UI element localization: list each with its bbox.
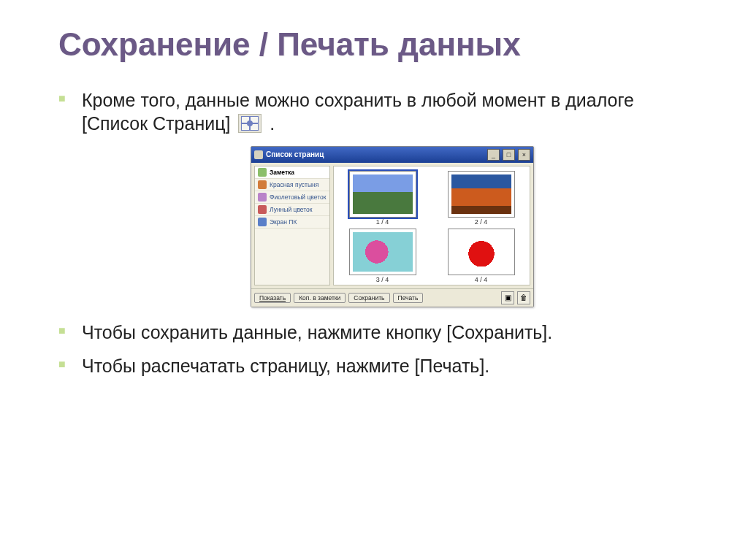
sidebar-item-violet[interactable]: Фиолетовый цветок (255, 191, 329, 204)
copy-to-notes-button[interactable]: Коп. в заметки (294, 293, 346, 303)
thumbnail-1[interactable]: 1 / 4 (337, 171, 428, 226)
image-icon (258, 180, 267, 189)
print-button[interactable]: Печать (393, 293, 424, 303)
thumb-caption: 2 / 4 (475, 218, 488, 226)
image-icon (258, 193, 267, 202)
thumb-image-1 (353, 174, 413, 214)
sidebar-item-screen[interactable]: Экран ПК (255, 216, 329, 229)
slide: Сохранение / Печать данных Кроме того, д… (0, 0, 748, 560)
bullet-2: Чтобы сохранить данные, нажмите кнопку [… (58, 321, 704, 345)
thumbnail-grid: 1 / 4 2 / 4 3 / 4 4 / 4 (333, 166, 530, 285)
show-button[interactable]: Показать (254, 293, 291, 303)
page-list-dialog: Список страниц _ □ × Заметка Красная пус… (251, 146, 534, 307)
dialog-sidebar: Заметка Красная пустыня Фиолетовый цвето… (254, 166, 330, 285)
note-icon (258, 168, 267, 177)
bullet-3: Чтобы распечатать страницу, нажмите [Печ… (58, 354, 704, 378)
bullet-list-2: Чтобы сохранить данные, нажмите кнопку [… (58, 321, 704, 378)
window-minimize-button[interactable]: _ (487, 149, 500, 161)
thumbnail-3[interactable]: 3 / 4 (337, 229, 428, 283)
bullet-2-text: Чтобы сохранить данные, нажмите кнопку [… (82, 322, 552, 342)
dialog-footer: Показать Коп. в заметки Сохранить Печать… (251, 288, 533, 307)
sidebar-item-label: Экран ПК (270, 218, 297, 226)
bullet-1-text-pre: Кроме того, данные можно сохранить в люб… (82, 90, 634, 134)
thumb-image-4 (451, 232, 511, 272)
thumbnail-2[interactable]: 2 / 4 (435, 171, 527, 226)
monitor-icon (258, 218, 267, 226)
sidebar-item-desert[interactable]: Красная пустыня (255, 179, 329, 191)
thumb-caption: 3 / 4 (376, 276, 389, 283)
window-close-button[interactable]: × (518, 149, 530, 161)
sidebar-item-label: Красная пустыня (270, 181, 318, 188)
bullet-1-text-post: . (264, 113, 275, 134)
thumb-image-3 (353, 232, 413, 272)
image-icon (258, 205, 267, 214)
dialog-app-icon (254, 150, 263, 159)
thumbnail-4[interactable]: 4 / 4 (435, 229, 527, 283)
sidebar-item-label: Фиолетовый цветок (270, 193, 326, 201)
sidebar-item-label: Заметка (270, 169, 294, 176)
sidebar-item-moon[interactable]: Лунный цветок (255, 204, 329, 216)
thumb-caption: 1 / 4 (376, 218, 389, 226)
window-maximize-button[interactable]: □ (503, 149, 515, 161)
dialog-title-text: Список страниц (266, 150, 484, 158)
export-icon[interactable]: ▣ (501, 291, 514, 304)
thumb-image-2 (451, 174, 511, 214)
sidebar-item-note[interactable]: Заметка (255, 166, 329, 179)
bullet-1: Кроме того, данные можно сохранить в люб… (58, 88, 704, 136)
dialog-titlebar: Список страниц _ □ × (251, 147, 533, 163)
bullet-3-text: Чтобы распечатать страницу, нажмите [Печ… (82, 356, 489, 376)
save-button[interactable]: Сохранить (348, 293, 389, 303)
page-list-icon (238, 114, 262, 133)
dialog-screenshot: Список страниц _ □ × Заметка Красная пус… (80, 146, 704, 307)
bullet-list: Кроме того, данные можно сохранить в люб… (58, 88, 704, 136)
delete-icon[interactable]: 🗑 (517, 291, 530, 304)
sidebar-item-label: Лунный цветок (270, 206, 313, 213)
thumb-caption: 4 / 4 (475, 276, 488, 283)
slide-title: Сохранение / Печать данных (58, 26, 704, 64)
dialog-body: Заметка Красная пустыня Фиолетовый цвето… (251, 163, 533, 288)
